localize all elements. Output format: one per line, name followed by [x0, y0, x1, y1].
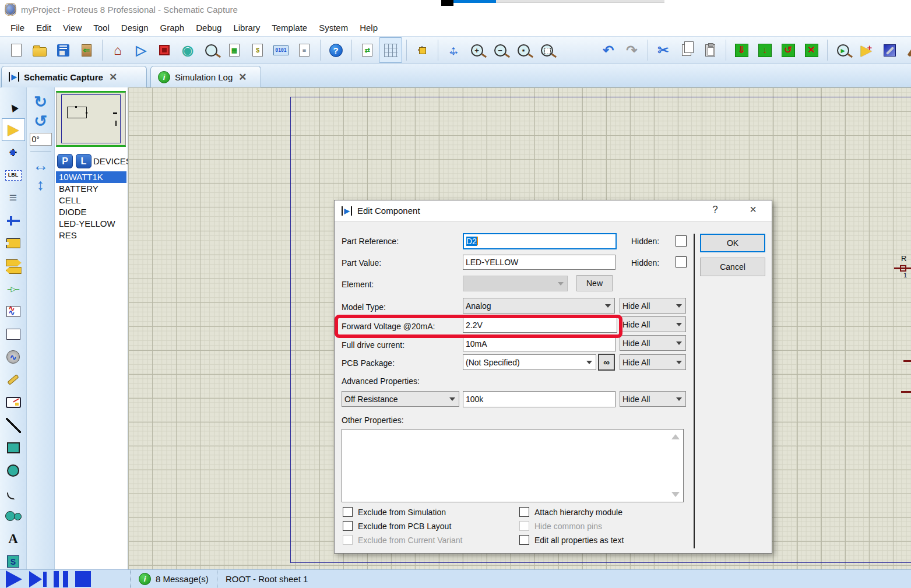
block-copy-icon[interactable]: ⇓	[730, 37, 753, 63]
schematic-capture-icon[interactable]: ▷	[129, 37, 153, 63]
mirror-horizontal-icon[interactable]: ↔	[33, 158, 48, 174]
2d-text-icon[interactable]: A	[2, 527, 25, 550]
pcb-package-combo[interactable]: (Not Specified)	[463, 354, 596, 370]
menu-view[interactable]: View	[57, 20, 87, 35]
device-list-item[interactable]: BATTERY	[56, 183, 126, 195]
buses-mode-icon[interactable]	[2, 209, 25, 232]
exclude-from-current-variant-checkbox[interactable]: Exclude from Current Variant	[343, 535, 462, 545]
partial-component-ref[interactable]: R	[901, 254, 906, 263]
new-element-button[interactable]: New	[576, 275, 613, 291]
forward-voltage-hide-combo[interactable]: Hide All	[620, 316, 686, 332]
device-list-item[interactable]: 10WATT1K	[56, 171, 126, 183]
2d-box-icon[interactable]	[2, 436, 25, 459]
browse-package-button[interactable]: ∞	[598, 354, 615, 371]
attach-hierarchy-module-checkbox[interactable]: Attach hierarchy module	[519, 507, 624, 517]
advanced-property-combo[interactable]: Off Resistance	[342, 391, 459, 407]
step-button[interactable]	[29, 571, 47, 587]
source-code-icon[interactable]: 0101	[269, 37, 293, 63]
component-mode-icon[interactable]: ▶	[2, 118, 25, 141]
2d-circle-icon[interactable]	[2, 459, 25, 482]
rotation-angle-display[interactable]: 0°	[30, 133, 52, 146]
zoom-area-icon[interactable]	[535, 37, 558, 63]
checkbox[interactable]	[343, 507, 353, 517]
partial-component-wire[interactable]	[894, 267, 911, 269]
2d-path-icon[interactable]	[2, 505, 25, 527]
graph-mode-icon[interactable]	[2, 300, 25, 323]
hide-common-pins-checkbox[interactable]: Hide common pins	[519, 521, 624, 531]
menu-graph[interactable]: Graph	[154, 20, 191, 35]
play-button[interactable]	[6, 571, 22, 588]
checkbox[interactable]	[519, 521, 529, 531]
checkbox[interactable]	[519, 507, 529, 517]
design-notes-icon[interactable]: ≡	[293, 37, 316, 63]
zoom-in-icon[interactable]: +	[465, 37, 488, 63]
pcb-layout-icon[interactable]	[153, 37, 176, 63]
tab-close-icon[interactable]: ✕	[237, 71, 248, 83]
pcb-package-hide-combo[interactable]: Hide All	[620, 354, 686, 370]
device-pins-mode-icon[interactable]: –▷–	[2, 277, 25, 300]
save-project-icon[interactable]	[51, 37, 75, 63]
decompose-icon[interactable]	[901, 37, 911, 63]
edit-all-properties-as-text-checkbox[interactable]: Edit all properties as text	[519, 535, 624, 545]
redo-icon[interactable]: ↷	[620, 37, 643, 63]
full-drive-current-input[interactable]: 10mA	[463, 336, 616, 351]
terminals-mode-icon[interactable]	[2, 255, 25, 277]
toggle-grid-icon[interactable]	[379, 37, 402, 63]
2d-arc-icon[interactable]	[2, 482, 25, 505]
menu-tool[interactable]: Tool	[87, 20, 115, 35]
undo-icon[interactable]: ↶	[597, 37, 620, 63]
block-rotate-icon[interactable]: ↺	[776, 37, 800, 63]
advanced-property-hide-combo[interactable]: Hide All	[620, 391, 686, 407]
partial-component-wire[interactable]	[901, 391, 911, 393]
advanced-property-input[interactable]: 100k	[463, 391, 615, 407]
exclude-from-pcb-layout-checkbox[interactable]: Exclude from PCB Layout	[343, 521, 462, 531]
refresh-sheet-icon[interactable]: ⇄	[356, 37, 379, 63]
cancel-button[interactable]: Cancel	[700, 258, 765, 276]
message-section[interactable]: i 8 Message(s)	[131, 570, 217, 588]
library-manager-button[interactable]: L	[76, 154, 92, 168]
other-properties-textarea[interactable]	[342, 429, 684, 502]
active-popup-mode-icon[interactable]	[2, 323, 25, 346]
netlist-transfer-icon[interactable]: ▦	[223, 37, 246, 63]
device-list-item[interactable]: CELL	[56, 195, 126, 206]
open-project-icon[interactable]	[28, 37, 51, 63]
bill-of-materials-icon[interactable]: $	[246, 37, 269, 63]
device-list-item[interactable]: DIODE	[56, 206, 126, 218]
block-delete-icon[interactable]: ✕	[800, 37, 823, 63]
forward-voltage-input[interactable]: 2.2V	[463, 318, 617, 333]
rotate-anticlockwise-icon[interactable]: ↺	[34, 114, 47, 129]
ok-button[interactable]: OK	[700, 234, 765, 252]
part-value-input[interactable]: LED-YELLOW	[463, 255, 615, 270]
design-explorer-icon[interactable]	[199, 37, 223, 63]
scroll-up-icon[interactable]	[671, 434, 680, 439]
menu-design[interactable]: Design	[115, 20, 154, 35]
tab-schematic-capture[interactable]: ▶ Schematic Capture ✕	[1, 66, 147, 87]
home-page-icon[interactable]: ⌂	[106, 37, 129, 63]
mirror-vertical-icon[interactable]: ↕	[37, 177, 45, 193]
checkbox[interactable]	[343, 521, 353, 531]
3d-visualizer-icon[interactable]: ◉	[176, 37, 199, 63]
exclude-from-simulation-checkbox[interactable]: Exclude from Simulation	[343, 507, 462, 517]
block-move-icon[interactable]: ↓	[753, 37, 776, 63]
dialog-help-button[interactable]: ?	[708, 204, 723, 218]
make-device-icon[interactable]: ▶ +	[854, 37, 878, 63]
scroll-down-icon[interactable]	[671, 492, 680, 497]
generator-mode-icon[interactable]: ∿	[2, 346, 25, 368]
model-type-hide-combo[interactable]: Hide All	[620, 298, 686, 314]
dialog-titlebar[interactable]: ▶ Edit Component	[335, 200, 772, 221]
help-icon[interactable]: ?	[324, 37, 347, 63]
origin-icon[interactable]: +	[410, 37, 434, 63]
checkbox[interactable]	[519, 535, 529, 545]
subcircuit-mode-icon[interactable]	[2, 232, 25, 255]
zoom-extents-icon[interactable]: ▪	[512, 37, 535, 63]
schematic-overview[interactable]	[56, 91, 126, 147]
find-component-icon[interactable]: ▸	[831, 37, 854, 63]
paste-icon[interactable]	[698, 37, 722, 63]
part-reference-input[interactable]: D2	[463, 233, 617, 249]
full-drive-current-hide-combo[interactable]: Hide All	[620, 335, 686, 351]
menu-edit[interactable]: Edit	[30, 20, 57, 35]
pause-button[interactable]	[54, 571, 68, 587]
new-project-icon[interactable]	[5, 37, 28, 63]
tab-simulation-log[interactable]: i Simulation Log ✕	[150, 66, 261, 87]
device-list-item[interactable]: LED-YELLOW	[56, 218, 126, 230]
